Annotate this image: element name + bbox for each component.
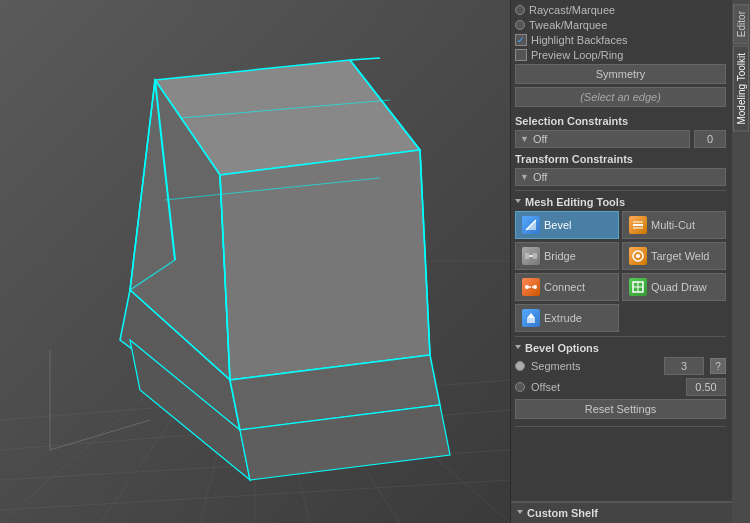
transform-off-select[interactable]: ▼ Off xyxy=(515,168,726,186)
custom-shelf-label: Custom Shelf xyxy=(527,507,598,519)
mesh-tools-grid: Bevel Multi-Cut Bridge Tar xyxy=(515,211,726,332)
bridge-icon xyxy=(522,247,540,265)
transform-constraints-label: Transform Constraints xyxy=(515,153,633,165)
selection-constraints-label: Selection Constraints xyxy=(515,115,628,127)
preview-loop-row: Preview Loop/Ring xyxy=(515,49,726,61)
custom-shelf: Custom Shelf xyxy=(511,501,732,523)
mesh-editing-tools-header: Mesh Editing Tools xyxy=(515,196,726,208)
preview-loop-label: Preview Loop/Ring xyxy=(531,49,623,61)
selection-off-label: Off xyxy=(533,133,547,145)
divider-3 xyxy=(515,426,726,427)
transform-arrow-icon: ▼ xyxy=(520,172,529,182)
targetweld-label: Target Weld xyxy=(651,250,710,262)
svg-point-41 xyxy=(525,285,529,289)
extrude-label: Extrude xyxy=(544,312,582,324)
bevel-label: Bevel xyxy=(544,219,572,231)
svg-rect-37 xyxy=(533,253,537,259)
selection-arrow-icon: ▼ xyxy=(520,134,529,144)
extrude-button[interactable]: Extrude xyxy=(515,304,619,332)
quaddraw-label: Quad Draw xyxy=(651,281,707,293)
bridge-label: Bridge xyxy=(544,250,576,262)
connect-icon xyxy=(522,278,540,296)
offset-value[interactable]: 0.50 xyxy=(686,378,726,396)
segments-radio[interactable] xyxy=(515,361,525,371)
segments-label: Segments xyxy=(531,360,658,372)
transform-off-label: Off xyxy=(533,171,547,183)
bevel-options: Segments 3 ? Offset 0.50 Reset Settings xyxy=(515,357,726,422)
raycast-label: Raycast/Marquee xyxy=(529,4,615,16)
custom-shelf-header: Custom Shelf xyxy=(517,507,726,519)
select-edge-button[interactable]: (Select an edge) xyxy=(515,87,726,107)
offset-label: Offset xyxy=(531,381,680,393)
transform-constraint-row: ▼ Off xyxy=(515,168,726,186)
mesh-tools-arrow-icon xyxy=(515,199,521,206)
multicut-icon xyxy=(629,216,647,234)
segments-value[interactable]: 3 xyxy=(664,357,704,375)
raycast-marquee-row: Raycast/Marquee xyxy=(515,4,726,16)
highlight-backfaces-checkbox[interactable] xyxy=(515,34,527,46)
bevel-options-header: Bevel Options xyxy=(515,342,726,354)
multicut-label: Multi-Cut xyxy=(651,219,695,231)
offset-row: Offset 0.50 xyxy=(515,378,726,396)
svg-marker-15 xyxy=(220,150,430,380)
symmetry-button[interactable]: Symmetry xyxy=(515,64,726,84)
vertical-tabs: Editor Modeling Toolkit xyxy=(732,0,750,523)
tweak-radio[interactable] xyxy=(515,20,525,30)
custom-shelf-arrow-icon xyxy=(517,510,523,517)
divider-2 xyxy=(515,336,726,337)
svg-rect-47 xyxy=(527,318,535,323)
bevel-button[interactable]: Bevel xyxy=(515,211,619,239)
svg-point-42 xyxy=(533,285,537,289)
svg-point-40 xyxy=(636,254,640,258)
svg-marker-48 xyxy=(527,313,535,318)
highlight-backfaces-label: Highlight Backfaces xyxy=(531,34,628,46)
bevel-options-arrow-icon xyxy=(515,345,521,352)
transform-constraints-header: Transform Constraints xyxy=(515,153,726,165)
tweak-label: Tweak/Marquee xyxy=(529,19,607,31)
preview-loop-checkbox[interactable] xyxy=(515,49,527,61)
3d-viewport[interactable] xyxy=(0,0,510,523)
reset-settings-button[interactable]: Reset Settings xyxy=(515,399,726,419)
selection-num[interactable]: 0 xyxy=(694,130,726,148)
divider-1 xyxy=(515,190,726,191)
svg-rect-36 xyxy=(525,253,529,259)
connect-button[interactable]: Connect xyxy=(515,273,619,301)
panel-content: Raycast/Marquee Tweak/Marquee Highlight … xyxy=(511,0,732,501)
bevel-icon xyxy=(522,216,540,234)
targetweld-icon xyxy=(629,247,647,265)
selection-constraint-row: ▼ Off 0 xyxy=(515,130,726,148)
targetweld-button[interactable]: Target Weld xyxy=(622,242,726,270)
raycast-radio[interactable] xyxy=(515,5,525,15)
bevel-options-label: Bevel Options xyxy=(525,342,599,354)
selection-off-select[interactable]: ▼ Off xyxy=(515,130,690,148)
segments-help-button[interactable]: ? xyxy=(710,358,726,374)
multicut-button[interactable]: Multi-Cut xyxy=(622,211,726,239)
right-panel: Raycast/Marquee Tweak/Marquee Highlight … xyxy=(510,0,750,523)
mesh-editing-tools-label: Mesh Editing Tools xyxy=(525,196,625,208)
extrude-icon xyxy=(522,309,540,327)
segments-row: Segments 3 ? xyxy=(515,357,726,375)
editor-vtab[interactable]: Editor xyxy=(733,4,749,44)
highlight-backfaces-row: Highlight Backfaces xyxy=(515,34,726,46)
offset-radio[interactable] xyxy=(515,382,525,392)
modeling-toolkit-vtab[interactable]: Modeling Toolkit xyxy=(733,46,749,132)
quaddraw-icon xyxy=(629,278,647,296)
selection-constraints-header: Selection Constraints xyxy=(515,115,726,127)
connect-label: Connect xyxy=(544,281,585,293)
quaddraw-button[interactable]: Quad Draw xyxy=(622,273,726,301)
tweak-marquee-row: Tweak/Marquee xyxy=(515,19,726,31)
bridge-button[interactable]: Bridge xyxy=(515,242,619,270)
